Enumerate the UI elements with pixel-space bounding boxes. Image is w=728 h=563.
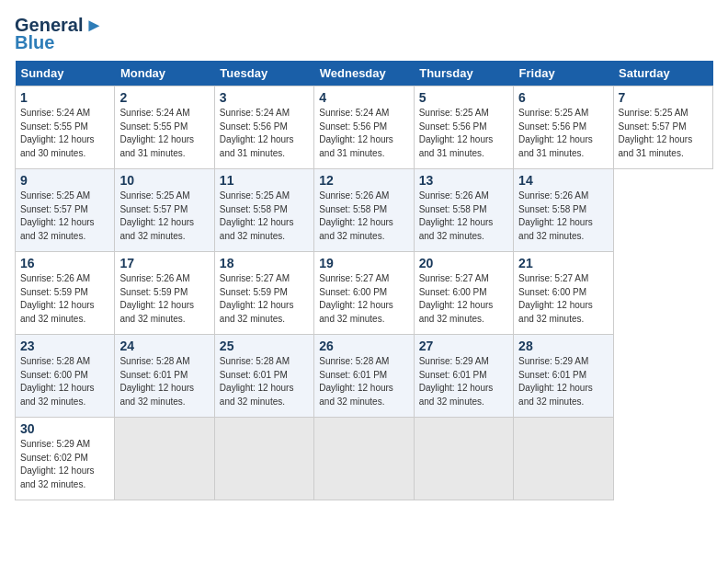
weekday-header-thursday: Thursday: [414, 61, 513, 86]
day-info: Sunrise: 5:27 AMSunset: 6:00 PMDaylight:…: [518, 272, 608, 326]
calendar-table: SundayMondayTuesdayWednesdayThursdayFrid…: [15, 61, 713, 500]
day-number: 4: [319, 90, 408, 105]
day-number: 6: [518, 90, 608, 105]
day-number: 3: [220, 90, 309, 105]
day-number: 1: [20, 90, 109, 105]
day-info: Sunrise: 5:25 AMSunset: 5:56 PMDaylight:…: [419, 107, 508, 160]
calendar-day-cell: 27Sunrise: 5:29 AMSunset: 6:01 PMDayligh…: [414, 335, 513, 418]
day-number: 5: [419, 90, 508, 105]
day-number: 24: [119, 339, 209, 353]
day-info: Sunrise: 5:26 AMSunset: 5:59 PMDaylight:…: [119, 272, 209, 326]
day-info: Sunrise: 5:25 AMSunset: 5:56 PMDaylight:…: [518, 107, 608, 160]
day-number: 18: [220, 256, 309, 270]
calendar-day-cell: 12Sunrise: 5:26 AMSunset: 5:58 PMDayligh…: [314, 169, 414, 252]
logo-arrow-icon: ►: [85, 15, 103, 36]
calendar-day-cell: [115, 418, 214, 500]
logo-blue-text: Blue: [15, 32, 54, 53]
day-info: Sunrise: 5:27 AMSunset: 6:00 PMDaylight:…: [319, 272, 408, 326]
day-info: Sunrise: 5:29 AMSunset: 6:01 PMDaylight:…: [419, 355, 508, 408]
day-info: Sunrise: 5:26 AMSunset: 5:58 PMDaylight:…: [518, 190, 608, 243]
day-info: Sunrise: 5:25 AMSunset: 5:58 PMDaylight:…: [220, 190, 309, 243]
day-info: Sunrise: 5:29 AMSunset: 6:01 PMDaylight:…: [518, 355, 608, 408]
day-info: Sunrise: 5:24 AMSunset: 5:56 PMDaylight:…: [319, 107, 408, 160]
day-number: 27: [419, 339, 508, 353]
calendar-day-cell: 14Sunrise: 5:26 AMSunset: 5:58 PMDayligh…: [514, 169, 613, 252]
day-info: Sunrise: 5:26 AMSunset: 5:59 PMDaylight:…: [20, 272, 109, 326]
calendar-day-cell: 26Sunrise: 5:28 AMSunset: 6:01 PMDayligh…: [314, 335, 414, 418]
calendar-day-cell: 4Sunrise: 5:24 AMSunset: 5:56 PMDaylight…: [314, 86, 414, 169]
day-number: 12: [319, 173, 408, 188]
calendar-day-cell: [514, 418, 613, 500]
day-number: 30: [20, 421, 109, 436]
day-info: Sunrise: 5:25 AMSunset: 5:57 PMDaylight:…: [20, 190, 109, 243]
day-info: Sunrise: 5:29 AMSunset: 6:02 PMDaylight:…: [20, 438, 109, 491]
calendar-day-cell: 16Sunrise: 5:26 AMSunset: 5:59 PMDayligh…: [16, 252, 115, 335]
day-info: Sunrise: 5:24 AMSunset: 5:55 PMDaylight:…: [20, 107, 109, 160]
day-info: Sunrise: 5:26 AMSunset: 5:58 PMDaylight:…: [319, 190, 408, 243]
weekday-header-saturday: Saturday: [613, 61, 712, 86]
day-info: Sunrise: 5:24 AMSunset: 5:55 PMDaylight:…: [119, 107, 209, 160]
calendar-week-row: 30Sunrise: 5:29 AMSunset: 6:02 PMDayligh…: [16, 418, 713, 500]
logo: General ► Blue: [15, 15, 103, 53]
day-number: 11: [220, 173, 309, 188]
day-number: 25: [220, 339, 309, 353]
calendar-day-cell: 23Sunrise: 5:28 AMSunset: 6:00 PMDayligh…: [16, 335, 115, 418]
day-number: 26: [319, 339, 408, 353]
weekday-header-friday: Friday: [514, 61, 613, 86]
day-number: 10: [119, 173, 209, 188]
day-number: 9: [20, 173, 109, 188]
day-number: 21: [518, 256, 608, 270]
calendar-day-cell: 7Sunrise: 5:25 AMSunset: 5:57 PMDaylight…: [613, 86, 712, 169]
calendar-week-row: 1Sunrise: 5:24 AMSunset: 5:55 PMDaylight…: [16, 86, 713, 169]
weekday-header-tuesday: Tuesday: [214, 61, 313, 86]
calendar-day-cell: [314, 418, 414, 500]
weekday-header-sunday: Sunday: [16, 61, 115, 86]
day-number: 13: [419, 173, 508, 188]
day-info: Sunrise: 5:28 AMSunset: 6:01 PMDaylight:…: [220, 355, 309, 408]
day-info: Sunrise: 5:28 AMSunset: 6:00 PMDaylight:…: [20, 355, 109, 408]
calendar-day-cell: 30Sunrise: 5:29 AMSunset: 6:02 PMDayligh…: [16, 418, 115, 500]
day-number: 23: [20, 339, 109, 353]
day-info: Sunrise: 5:25 AMSunset: 5:57 PMDaylight:…: [619, 107, 708, 160]
day-number: 19: [319, 256, 408, 270]
calendar-day-cell: 19Sunrise: 5:27 AMSunset: 6:00 PMDayligh…: [314, 252, 414, 335]
day-number: 7: [619, 90, 708, 105]
day-info: Sunrise: 5:25 AMSunset: 5:57 PMDaylight:…: [119, 190, 209, 243]
day-info: Sunrise: 5:26 AMSunset: 5:58 PMDaylight:…: [419, 190, 508, 243]
calendar-day-cell: 24Sunrise: 5:28 AMSunset: 6:01 PMDayligh…: [115, 335, 214, 418]
day-number: 16: [20, 256, 109, 270]
day-info: Sunrise: 5:28 AMSunset: 6:01 PMDaylight:…: [319, 355, 408, 408]
day-info: Sunrise: 5:24 AMSunset: 5:56 PMDaylight:…: [220, 107, 309, 160]
calendar-day-cell: 3Sunrise: 5:24 AMSunset: 5:56 PMDaylight…: [214, 86, 313, 169]
calendar-day-cell: 25Sunrise: 5:28 AMSunset: 6:01 PMDayligh…: [214, 335, 313, 418]
calendar-day-cell: 21Sunrise: 5:27 AMSunset: 6:00 PMDayligh…: [514, 252, 613, 335]
calendar-day-cell: 1Sunrise: 5:24 AMSunset: 5:55 PMDaylight…: [16, 86, 115, 169]
day-info: Sunrise: 5:28 AMSunset: 6:01 PMDaylight:…: [119, 355, 209, 408]
day-info: Sunrise: 5:27 AMSunset: 5:59 PMDaylight:…: [220, 272, 309, 326]
weekday-header-wednesday: Wednesday: [314, 61, 414, 86]
calendar-day-cell: 10Sunrise: 5:25 AMSunset: 5:57 PMDayligh…: [115, 169, 214, 252]
calendar-day-cell: 9Sunrise: 5:25 AMSunset: 5:57 PMDaylight…: [16, 169, 115, 252]
day-number: 14: [518, 173, 608, 188]
weekday-header-monday: Monday: [115, 61, 214, 86]
calendar-week-row: 23Sunrise: 5:28 AMSunset: 6:00 PMDayligh…: [16, 335, 713, 418]
calendar-day-cell: 6Sunrise: 5:25 AMSunset: 5:56 PMDaylight…: [514, 86, 613, 169]
calendar-day-cell: 11Sunrise: 5:25 AMSunset: 5:58 PMDayligh…: [214, 169, 313, 252]
calendar-day-cell: [414, 418, 513, 500]
calendar-day-cell: 2Sunrise: 5:24 AMSunset: 5:55 PMDaylight…: [115, 86, 214, 169]
calendar-day-cell: 20Sunrise: 5:27 AMSunset: 6:00 PMDayligh…: [414, 252, 513, 335]
calendar-day-cell: 17Sunrise: 5:26 AMSunset: 5:59 PMDayligh…: [115, 252, 214, 335]
header: General ► Blue: [15, 15, 713, 53]
calendar-day-cell: 18Sunrise: 5:27 AMSunset: 5:59 PMDayligh…: [214, 252, 313, 335]
calendar-week-row: 16Sunrise: 5:26 AMSunset: 5:59 PMDayligh…: [16, 252, 713, 335]
day-number: 17: [119, 256, 209, 270]
calendar-day-cell: 13Sunrise: 5:26 AMSunset: 5:58 PMDayligh…: [414, 169, 513, 252]
day-info: Sunrise: 5:27 AMSunset: 6:00 PMDaylight:…: [419, 272, 508, 326]
day-number: 20: [419, 256, 508, 270]
day-number: 2: [119, 90, 209, 105]
day-number: 28: [518, 339, 608, 353]
calendar-day-cell: [214, 418, 313, 500]
calendar-day-cell: 28Sunrise: 5:29 AMSunset: 6:01 PMDayligh…: [514, 335, 613, 418]
weekday-header-row: SundayMondayTuesdayWednesdayThursdayFrid…: [16, 61, 713, 86]
calendar-week-row: 9Sunrise: 5:25 AMSunset: 5:57 PMDaylight…: [16, 169, 713, 252]
